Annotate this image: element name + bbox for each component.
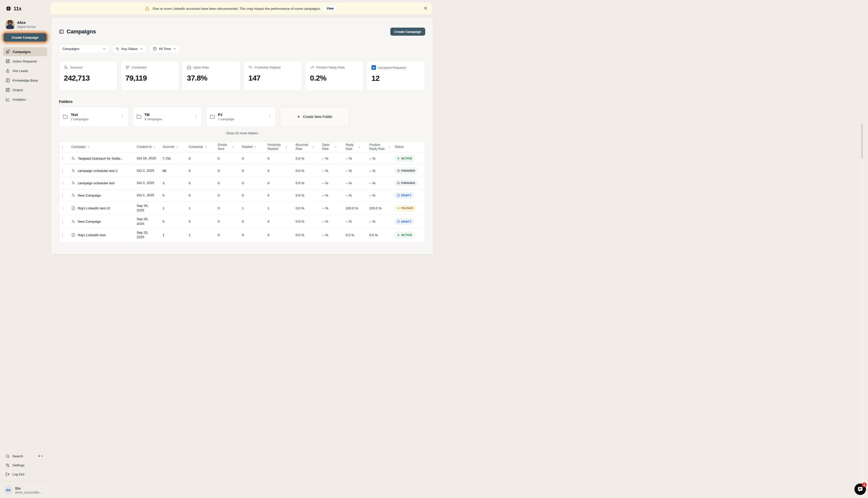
table-row[interactable]: campaign scheduler test 2 Oct 2, 2025 86… — [59, 165, 425, 177]
col-positive-reply-rate[interactable]: Positive Reply Rate — [369, 143, 395, 151]
status-filter[interactable]: Any Status — [112, 44, 147, 53]
cell-positively-replied: 1 — [268, 206, 296, 210]
col-bounced-rate[interactable]: Bounced Rate — [296, 143, 322, 151]
cell-replied: 0 — [242, 169, 268, 173]
cell-positively-replied: 0 — [268, 169, 296, 173]
sidebar-item-knowledge-base[interactable]: Knowledge Base — [3, 76, 47, 85]
folder-count: 2 campaigns — [71, 117, 89, 121]
table-row[interactable]: Targeted Outreach for Softw... Oct 16, 2… — [59, 152, 425, 165]
status-label: ACTIVE — [401, 233, 412, 236]
banner-message: One or more LinkedIn accounts have been … — [153, 7, 320, 11]
campaign-name[interactable]: campaign scheduler test — [78, 181, 115, 185]
row-checkbox[interactable] — [62, 206, 63, 210]
sort-icon — [205, 146, 207, 148]
folder-card[interactable]: PJ 1 campaign — [206, 107, 276, 127]
create-new-folder-button[interactable]: Create New Folder — [280, 107, 349, 127]
folder-icon — [137, 114, 141, 119]
grid-icon — [5, 59, 10, 64]
campaign-type-icon — [71, 181, 75, 185]
sidebar: 11x Alice Digital Worker Create Campaign… — [0, 0, 50, 249]
panel-toggle-icon[interactable] — [59, 29, 64, 34]
status-badge: FINISHED — [395, 168, 417, 174]
table-row[interactable]: New Campaign Sep 26, 2025 0 0 0 0 0 0.0 … — [59, 215, 425, 228]
play-icon — [397, 157, 400, 160]
cell-open-rate: -- % — [322, 157, 346, 160]
worker-role: Digital Worker — [17, 25, 36, 29]
col-positively-replied[interactable]: Positively Replied — [268, 143, 296, 151]
cell-created-at: Sep 26, 2025 — [137, 201, 163, 214]
cell-positive-reply-rate: -- % — [369, 169, 395, 173]
sidebar-item-action-required[interactable]: Action Required — [3, 57, 47, 66]
table-row[interactable]: New Campaign Oct 1, 2025 0 0 0 0 0 0.0 %… — [59, 189, 425, 201]
col-emails-sent[interactable]: Emails Sent — [218, 143, 242, 151]
sidebar-item-hot-leads[interactable]: Hot Leads — [3, 66, 47, 75]
cell-reply-rate: -- % — [346, 169, 369, 173]
close-icon[interactable] — [424, 6, 428, 10]
cell-contacted: 1 — [189, 206, 218, 210]
cell-replied: 0 — [242, 220, 268, 223]
flame-icon — [5, 68, 10, 73]
sidebar-item-output[interactable]: Output — [3, 86, 47, 94]
stat-positive-reply-rate: Positive Reply Rate 0.2% — [305, 61, 364, 91]
cell-emails-sent: 0 — [218, 220, 242, 223]
row-checkbox[interactable] — [62, 156, 63, 161]
cell-open-rate: -- % — [322, 233, 346, 237]
row-checkbox[interactable] — [62, 169, 63, 173]
kebab-menu-icon[interactable] — [193, 114, 199, 120]
col-created-at[interactable]: Created At — [137, 145, 163, 149]
folder-card[interactable]: Test 2 campaigns — [59, 107, 129, 127]
campaign-name[interactable]: New Campaign — [78, 194, 101, 197]
cell-reply-rate: -- % — [346, 157, 369, 160]
banner-view-button[interactable]: View — [323, 5, 337, 12]
time-filter[interactable]: All Time — [150, 44, 180, 53]
sidebar-create-campaign-button[interactable]: Create Campaign — [3, 33, 47, 42]
calendar-icon — [153, 47, 157, 51]
campaign-name[interactable]: Raj's LinkedIn test #2 — [78, 206, 110, 210]
stat-sourced: Sourced 242,713 — [59, 61, 118, 91]
folder-name: TM — [144, 113, 162, 117]
sidebar-item-campaigns[interactable]: Campaigns — [3, 47, 47, 56]
table-row[interactable]: Raj's LinkedIn test #2 Sep 26, 2025 1 1 … — [59, 201, 425, 215]
table-row[interactable]: campaign scheduler test Oct 2, 2025 3 0 … — [59, 177, 425, 189]
col-contacted[interactable]: Contacted — [189, 145, 218, 149]
table-row[interactable]: Raj's LinkedIn test Sep 25, 2025 1 1 0 0… — [59, 228, 425, 242]
col-replied[interactable]: Replied — [242, 145, 268, 149]
cell-reply-rate: -- % — [346, 194, 369, 197]
row-checkbox[interactable] — [62, 233, 63, 237]
folder-icon — [63, 114, 68, 119]
col-sourced[interactable]: Sourced — [163, 145, 189, 149]
col-campaign[interactable]: Campaign — [71, 145, 137, 149]
cell-sourced: 1 — [163, 233, 189, 237]
kebab-menu-icon[interactable] — [119, 114, 125, 120]
sidebar-item-analytics[interactable]: Analytics — [3, 95, 47, 104]
select-all-checkbox[interactable] — [62, 145, 63, 149]
row-checkbox[interactable] — [62, 219, 63, 224]
cell-reply-rate: -- % — [346, 220, 369, 223]
campaign-name[interactable]: New Campaign — [78, 220, 101, 223]
campaign-name[interactable]: campaign scheduler test 2 — [78, 169, 118, 173]
status-badge: DRAFT — [395, 219, 413, 224]
cell-open-rate: -- % — [322, 220, 346, 223]
folder-card[interactable]: TM 8 campaigns — [133, 107, 202, 127]
cell-positive-reply-rate: -- % — [369, 220, 395, 223]
row-checkbox[interactable] — [62, 181, 63, 185]
stat-value: 79,119 — [125, 74, 174, 82]
cell-bounced-rate: 0.0 % — [296, 206, 322, 210]
col-open-rate[interactable]: Open Rate — [322, 143, 346, 151]
cell-positively-replied: 0 — [268, 233, 296, 237]
cell-emails-sent: 0 — [218, 181, 242, 185]
col-reply-rate[interactable]: Reply Rate — [346, 143, 369, 151]
row-checkbox[interactable] — [62, 193, 63, 198]
11x-logo-icon — [5, 5, 12, 12]
show-more-folders-button[interactable]: Show 20 more folders — [226, 131, 258, 135]
kebab-menu-icon[interactable] — [267, 114, 272, 120]
campaign-type-filter[interactable]: Campaigns — [59, 44, 109, 53]
trending-up-icon — [310, 65, 314, 69]
create-campaign-button[interactable]: Create Campaign — [390, 28, 425, 36]
campaign-name[interactable]: Raj's LinkedIn test — [78, 233, 105, 237]
cell-replied: 0 — [242, 194, 268, 197]
status-badge: ACTIVE — [395, 156, 414, 161]
cell-created-at: Oct 2, 2025 — [137, 179, 163, 187]
campaign-name[interactable]: Targeted Outreach for Softw... — [78, 157, 123, 160]
sort-icon — [231, 146, 234, 148]
